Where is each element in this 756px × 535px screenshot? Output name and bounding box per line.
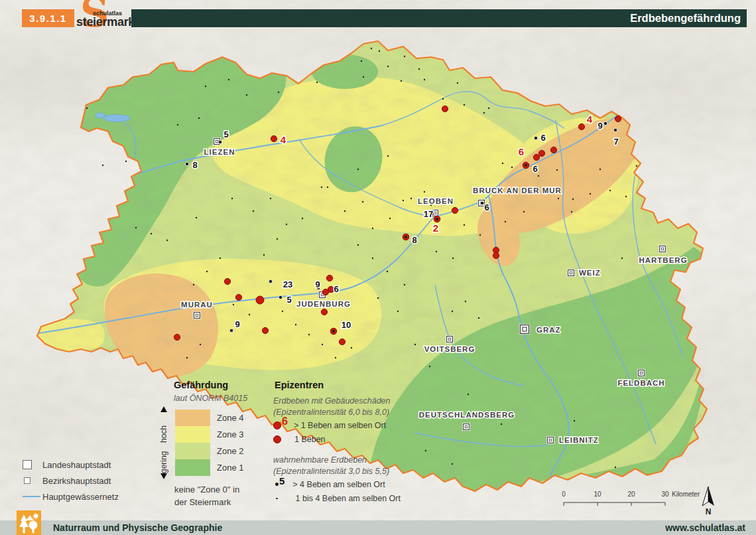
landeshauptstadt-label: Landeshauptstadt [42, 460, 111, 470]
zone2-label: Zone 2 [217, 446, 243, 456]
epicenter-count-black: 9 [598, 121, 602, 131]
epicenter-tiny-dot [418, 68, 420, 70]
epicenter-tiny-dot [478, 317, 479, 319]
epicenter-tiny-dot [457, 82, 458, 84]
epicenter-red-dot [615, 115, 621, 121]
bezirkshauptstadt-label: Bezirkshauptstadt [42, 476, 111, 486]
epicenter-tiny-dot [327, 187, 328, 188]
epicenter-tiny-dot [377, 297, 379, 299]
epicenter-red-dot [271, 135, 277, 141]
epicenter-tiny-dot [205, 86, 206, 87]
hazard-legend-title: Gefährdung [174, 380, 228, 390]
river-line-icon [23, 496, 42, 497]
epicenter-tiny-dot [344, 210, 346, 212]
city-symbol-legend: Landeshauptstadt Bezirkshauptstadt Haupt… [23, 457, 119, 504]
epicenter-tiny-dot [177, 124, 178, 125]
epicenter-tiny-dot [387, 155, 389, 157]
lake [103, 115, 130, 122]
city-marker [548, 437, 554, 443]
epicenter-red-dot [235, 294, 241, 300]
epicenter-tiny-dot [200, 344, 201, 345]
epicenter-tiny-dot [452, 311, 453, 312]
epicenter-tiny-dot [479, 234, 481, 236]
trees-sun-pictogram [17, 510, 41, 535]
zone-row: Zone 2 [175, 443, 243, 459]
epicenter-dark-core [436, 218, 438, 220]
scale-bar-unit: Kilometer [672, 491, 700, 498]
legend-row-bezirkshauptstadt: Bezirkshauptstadt [23, 473, 119, 489]
epicenter-tiny-dot [263, 254, 265, 256]
epicenter-tiny-dot [321, 187, 322, 188]
epicenter-tiny-dot [282, 311, 283, 312]
arrow-down-icon [160, 473, 167, 479]
hazard-legend-note: keine "Zone 0" in der Steiermark [174, 483, 239, 508]
footer-category: Naturraum und Physische Geographie [53, 522, 222, 533]
epicenter-red-dot [262, 327, 268, 333]
epicenter-tiny-dot [206, 271, 208, 272]
epicenter-tiny-dot [316, 82, 318, 83]
epicenter-red-dot [339, 339, 345, 344]
epicenter-black-dot [218, 140, 221, 143]
zone-row: Zone 1 [175, 459, 243, 476]
epicenter-count-black: 23 [283, 279, 292, 289]
epicenter-tiny-dot [425, 450, 426, 451]
epicenter-dark-core [332, 330, 335, 333]
zone2-color [175, 443, 210, 459]
epicenter-black-dot [185, 162, 188, 165]
epicenter-tiny-dot [572, 198, 574, 200]
felt-quake-line1: wahrnehmbare Erdbeben [273, 455, 367, 465]
epicenter-count-black: 6 [540, 133, 545, 143]
damage-single-label: 1 Beben [294, 435, 326, 444]
city-label: WEIZ [579, 269, 601, 277]
epicenter-tiny-dot [186, 357, 188, 358]
epicenter-count-black: 6 [484, 202, 489, 212]
zone3-color [175, 426, 210, 443]
epicenter-red-dot [321, 309, 327, 315]
legend-row-damage-multi: 6 > 1 Beben am selben Ort [273, 420, 386, 431]
epicenter-tiny-dot [253, 210, 254, 212]
epicenter-black-dot [480, 201, 483, 204]
epicenter-count-black: 8 [192, 160, 197, 170]
epicenter-tiny-dot [249, 314, 250, 315]
epicenter-tiny-dot [193, 284, 194, 285]
epicenter-tiny-dot [379, 50, 380, 52]
epicenter-tiny-dot [442, 98, 444, 100]
epicenter-tiny-dot [556, 169, 558, 171]
epicenter-tiny-dot [246, 94, 247, 96]
epicenter-black-dot [534, 136, 537, 139]
epicenter-tiny-dot [401, 80, 402, 82]
zone4-label: Zone 4 [217, 413, 243, 423]
zone4-color [175, 410, 210, 426]
epicenter-tiny-dot [302, 218, 303, 219]
epicenter-count-black: 9 [315, 279, 320, 289]
epicenter-tiny-dot [501, 423, 502, 425]
zone2-swatch [175, 443, 210, 459]
epicenter-tiny-dot [483, 112, 485, 114]
epicenter-black-dot [269, 279, 272, 283]
city-label: LEIBNITZ [559, 436, 599, 444]
zone4-swatch [175, 410, 210, 426]
city-label: DEUTSCHLANDSBERG [419, 411, 515, 419]
epicenter-tiny-dot [464, 104, 465, 106]
epicenter-red-dot [493, 252, 499, 258]
city-label: MURAU [181, 301, 213, 309]
epicenter-tiny-dot [511, 167, 513, 168]
city-label: LEOBEN [418, 197, 454, 205]
landeshauptstadt-icon [23, 460, 42, 469]
epicenter-tiny-dot [357, 244, 359, 246]
epicenter-tiny-dot [488, 108, 489, 109]
epicenter-tiny-dot [404, 284, 405, 285]
city-label: BRUCK AN DER MUR [473, 187, 562, 194]
red-dot-icon [273, 435, 281, 443]
epicenter-tiny-dot [335, 357, 336, 358]
scale-bar-number: 20 [627, 491, 635, 498]
epicenter-tiny-dot [502, 163, 503, 164]
section-number-badge: 3.9.1.1 [22, 9, 74, 27]
atlas-page: LIEZENLEOBENBRUCK AN DER MURMURAUJUDENBU… [0, 0, 756, 535]
epicenter-tiny-dot [414, 344, 416, 345]
city-marker [639, 370, 645, 376]
damage-multi-label: > 1 Beben am selben Ort [294, 421, 386, 430]
red-count-sample: 6 [282, 416, 288, 427]
city-marker [660, 246, 666, 252]
epicenter-tiny-dot [429, 366, 430, 367]
